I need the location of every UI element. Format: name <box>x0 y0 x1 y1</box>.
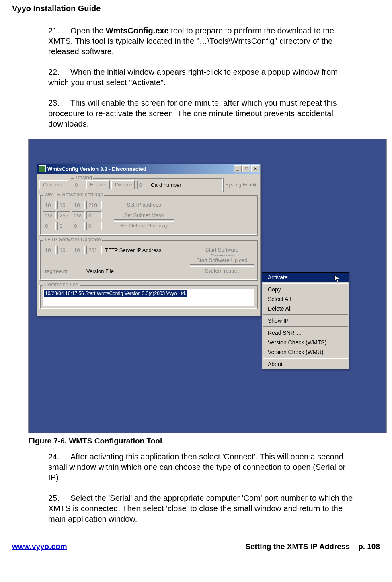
menu-read-snr[interactable]: Read SNR … <box>262 328 349 338</box>
ip-octet-1[interactable]: 10 <box>43 201 56 209</box>
step-22: 22.When the initial window appears right… <box>48 67 360 88</box>
subnet-octet-4[interactable]: 0 <box>86 211 102 219</box>
menu-separator <box>263 314 348 315</box>
menu-delete-all[interactable]: Delete All <box>262 304 349 314</box>
set-subnet-button[interactable]: Set Subnet Mask <box>114 211 174 220</box>
menu-activate[interactable]: Activate <box>262 273 349 282</box>
menu-select-all[interactable]: Select All <box>262 294 349 304</box>
version-file-label: Version File <box>86 268 114 274</box>
step-24: 24.After activating this application the… <box>48 451 360 483</box>
maximize-button[interactable]: □ <box>242 165 250 172</box>
network-settings-label: WMTS Networks settings <box>43 191 104 197</box>
gateway-octet-1[interactable]: 0 <box>43 222 56 230</box>
footer-page-info: Setting the XMTS IP Address – p. 108 <box>245 542 380 551</box>
menu-version-check-wmts[interactable]: Version Check (WMTS) <box>262 338 349 347</box>
tftp-octet-2[interactable]: 10 <box>57 246 70 254</box>
command-log[interactable]: 10/28/04 16:17:56 Start WmtsConfig Versi… <box>43 289 254 306</box>
menu-separator <box>263 358 348 359</box>
menu-show-ip[interactable]: Show IP <box>262 316 349 326</box>
command-log-label: Command Log <box>43 281 80 287</box>
gateway-octet-4[interactable]: 0 <box>86 222 102 230</box>
command-log-entry: 10/28/04 16:17:56 Start WmtsConfig Versi… <box>44 290 187 297</box>
step-25: 25.Select the 'Serial' and the appropria… <box>48 493 360 524</box>
step-number: 24. <box>48 451 70 462</box>
set-ip-button[interactable]: Set IP address <box>114 201 174 209</box>
version-file-input[interactable]: regtree.rtr <box>43 267 83 275</box>
enable-button[interactable]: Enable <box>86 180 110 189</box>
system-restart-button[interactable]: System restart <box>190 266 254 275</box>
card-number-checkbox[interactable] <box>183 182 189 188</box>
ip-octet-3[interactable]: 10 <box>72 201 85 209</box>
card-number-input[interactable]: 0 <box>137 181 148 189</box>
subnet-octet-2[interactable]: 255 <box>57 211 70 219</box>
step-text: Open the <box>70 26 106 35</box>
tftp-ip-label: TFTP Server IP Address <box>105 247 161 253</box>
step-text: This will enable the screen for one minu… <box>48 98 337 128</box>
syslog-enable-label: SysLog Enable <box>225 182 258 187</box>
step-number: 22. <box>48 67 70 77</box>
step-number: 23. <box>48 98 70 108</box>
figure-caption: Figure 7-6. WMTS Configuration Tool <box>28 436 380 445</box>
minimize-button[interactable]: _ <box>234 165 242 172</box>
connect-button[interactable]: Connect... <box>39 180 68 189</box>
step-text: Select the 'Serial' and the appropriate … <box>48 494 353 523</box>
gateway-octet-3[interactable]: 0 <box>72 222 85 230</box>
subnet-octet-1[interactable]: 255 <box>43 211 56 219</box>
tftp-octet-4[interactable]: 201 <box>86 246 102 254</box>
disable-button[interactable]: Disable <box>111 180 135 189</box>
tool-name: WmtsConfig.exe <box>106 26 169 35</box>
menu-separator <box>263 326 348 327</box>
menu-about[interactable]: About <box>262 359 349 369</box>
step-23: 23.This will enable the screen for one m… <box>48 98 360 129</box>
menu-version-check-wmu[interactable]: Version Check (WMU) <box>262 347 349 357</box>
step-text: When the initial window appears right-cl… <box>48 68 338 87</box>
start-download-button[interactable]: Start Software Download <box>190 246 254 254</box>
wmtsconfig-window: WmtsConfig Version 3.3 - Disconnected _ … <box>37 164 261 316</box>
card-number-label: Card number <box>151 182 181 188</box>
tftp-group-label: TFTP Software Upgrade <box>43 236 102 242</box>
step-text: After activating this application then s… <box>48 452 345 482</box>
context-menu: Activate Copy Select All Delete All Show… <box>262 272 349 369</box>
menu-copy[interactable]: Copy <box>262 285 349 294</box>
page-footer: www.vyyo.com Setting the XMTS IP Address… <box>0 538 392 559</box>
set-gateway-button[interactable]: Set Default Gateway <box>114 221 174 230</box>
start-upload-button[interactable]: Start Software Upload <box>190 256 254 265</box>
ip-octet-2[interactable]: 10 <box>57 201 70 209</box>
gateway-octet-2[interactable]: 0 <box>57 222 70 230</box>
titlebar: WmtsConfig Version 3.3 - Disconnected _ … <box>37 164 260 174</box>
tftp-octet-3[interactable]: 10 <box>72 246 85 254</box>
tracing-value-input[interactable]: 0 <box>73 181 84 189</box>
window-title: WmtsConfig Version 3.3 - Disconnected <box>47 166 233 172</box>
step-21: 21.Open the WmtsConfig.exe tool to prepa… <box>48 25 360 57</box>
subnet-octet-3[interactable]: 255 <box>72 211 85 219</box>
figure-screenshot: WmtsConfig Version 3.3 - Disconnected _ … <box>28 139 387 433</box>
close-button[interactable]: × <box>251 165 259 172</box>
footer-link[interactable]: www.vyyo.com <box>12 542 67 551</box>
ip-octet-4[interactable]: 210 <box>86 201 102 209</box>
document-title: Vyyo Installation Guide <box>12 4 380 13</box>
step-number: 21. <box>48 25 70 36</box>
step-number: 25. <box>48 493 70 503</box>
tftp-octet-1[interactable]: 10 <box>43 246 56 254</box>
menu-separator <box>263 283 348 284</box>
tracing-group-label: Tracing <box>74 174 93 180</box>
app-icon <box>39 165 46 172</box>
